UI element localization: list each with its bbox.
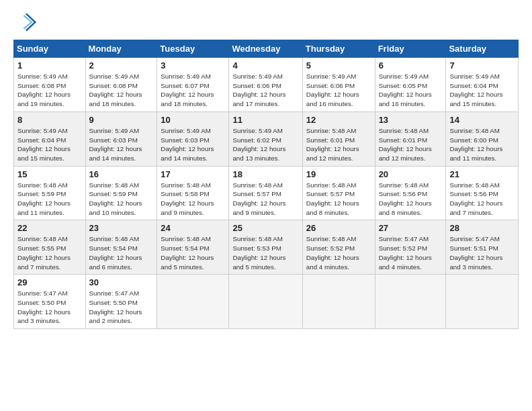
calendar-cell: 22Sunrise: 5:48 AM Sunset: 5:55 PM Dayli… (14, 220, 86, 275)
day-detail: Sunrise: 5:48 AM Sunset: 5:53 PM Dayligh… (232, 234, 298, 271)
day-number: 8 (17, 115, 82, 125)
calendar-cell: 21Sunrise: 5:48 AM Sunset: 5:56 PM Dayli… (446, 166, 519, 220)
calendar-cell: 3Sunrise: 5:49 AM Sunset: 6:07 PM Daylig… (157, 58, 229, 112)
day-number: 16 (89, 169, 154, 179)
calendar-cell: 17Sunrise: 5:48 AM Sunset: 5:58 PM Dayli… (157, 166, 229, 220)
calendar-cell: 14Sunrise: 5:48 AM Sunset: 6:00 PM Dayli… (446, 111, 519, 166)
day-detail: Sunrise: 5:49 AM Sunset: 6:08 PM Dayligh… (17, 72, 82, 109)
day-detail: Sunrise: 5:47 AM Sunset: 5:52 PM Dayligh… (379, 234, 443, 271)
day-detail: Sunrise: 5:49 AM Sunset: 6:02 PM Dayligh… (232, 126, 298, 163)
header (13, 10, 519, 34)
calendar-cell: 24Sunrise: 5:48 AM Sunset: 5:54 PM Dayli… (157, 220, 229, 275)
day-detail: Sunrise: 5:49 AM Sunset: 6:08 PM Dayligh… (89, 72, 154, 109)
calendar-cell: 23Sunrise: 5:48 AM Sunset: 5:54 PM Dayli… (85, 220, 157, 275)
calendar-cell (157, 275, 229, 329)
calendar-cell: 10Sunrise: 5:49 AM Sunset: 6:03 PM Dayli… (157, 111, 229, 166)
page: SundayMondayTuesdayWednesdayThursdayFrid… (0, 0, 532, 411)
day-number: 18 (232, 169, 298, 179)
calendar-cell: 20Sunrise: 5:48 AM Sunset: 5:56 PM Dayli… (375, 166, 446, 220)
day-number: 20 (379, 169, 443, 179)
header-cell-monday: Monday (85, 40, 157, 58)
calendar-cell: 2Sunrise: 5:49 AM Sunset: 6:08 PM Daylig… (85, 58, 157, 112)
day-detail: Sunrise: 5:48 AM Sunset: 5:55 PM Dayligh… (17, 234, 82, 271)
day-number: 17 (161, 169, 225, 179)
calendar-cell: 25Sunrise: 5:48 AM Sunset: 5:53 PM Dayli… (229, 220, 302, 275)
calendar-cell: 30Sunrise: 5:47 AM Sunset: 5:50 PM Dayli… (85, 275, 157, 329)
calendar-cell: 5Sunrise: 5:49 AM Sunset: 6:06 PM Daylig… (302, 58, 375, 112)
day-number: 1 (17, 60, 82, 71)
day-number: 6 (379, 60, 443, 71)
calendar-cell: 11Sunrise: 5:49 AM Sunset: 6:02 PM Dayli… (229, 111, 302, 166)
day-detail: Sunrise: 5:49 AM Sunset: 6:03 PM Dayligh… (89, 126, 154, 163)
day-number: 7 (449, 60, 515, 71)
day-detail: Sunrise: 5:48 AM Sunset: 5:56 PM Dayligh… (379, 181, 443, 218)
header-cell-friday: Friday (375, 40, 446, 58)
header-cell-wednesday: Wednesday (229, 40, 302, 58)
day-detail: Sunrise: 5:48 AM Sunset: 5:59 PM Dayligh… (17, 181, 82, 218)
calendar-cell: 29Sunrise: 5:47 AM Sunset: 5:50 PM Dayli… (14, 275, 86, 329)
calendar-week-4: 22Sunrise: 5:48 AM Sunset: 5:55 PM Dayli… (14, 220, 519, 275)
day-number: 19 (306, 169, 371, 179)
calendar-cell: 7Sunrise: 5:49 AM Sunset: 6:04 PM Daylig… (446, 58, 519, 112)
day-number: 23 (89, 223, 154, 233)
header-cell-saturday: Saturday (446, 40, 519, 58)
day-number: 13 (379, 115, 443, 125)
header-cell-tuesday: Tuesday (157, 40, 229, 58)
day-number: 10 (161, 115, 225, 125)
day-number: 29 (17, 277, 82, 287)
day-detail: Sunrise: 5:48 AM Sunset: 6:00 PM Dayligh… (449, 126, 515, 163)
day-detail: Sunrise: 5:48 AM Sunset: 5:54 PM Dayligh… (161, 234, 225, 271)
day-number: 28 (449, 223, 515, 233)
calendar-cell (302, 275, 375, 329)
day-number: 3 (161, 60, 225, 71)
calendar-cell: 19Sunrise: 5:48 AM Sunset: 5:57 PM Dayli… (302, 166, 375, 220)
svg-marker-1 (23, 15, 32, 30)
calendar-week-2: 8Sunrise: 5:49 AM Sunset: 6:04 PM Daylig… (14, 111, 519, 166)
calendar-cell: 18Sunrise: 5:48 AM Sunset: 5:57 PM Dayli… (229, 166, 302, 220)
day-detail: Sunrise: 5:49 AM Sunset: 6:04 PM Dayligh… (449, 72, 515, 109)
day-detail: Sunrise: 5:49 AM Sunset: 6:03 PM Dayligh… (161, 126, 225, 163)
day-number: 21 (449, 169, 515, 179)
day-detail: Sunrise: 5:47 AM Sunset: 5:50 PM Dayligh… (17, 289, 82, 326)
header-cell-thursday: Thursday (302, 40, 375, 58)
day-detail: Sunrise: 5:48 AM Sunset: 5:56 PM Dayligh… (449, 181, 515, 218)
day-detail: Sunrise: 5:48 AM Sunset: 5:57 PM Dayligh… (306, 181, 371, 218)
day-detail: Sunrise: 5:49 AM Sunset: 6:06 PM Dayligh… (306, 72, 371, 109)
day-number: 22 (17, 223, 82, 233)
day-number: 2 (89, 60, 154, 71)
day-number: 9 (89, 115, 154, 125)
calendar-header: SundayMondayTuesdayWednesdayThursdayFrid… (14, 40, 519, 58)
day-detail: Sunrise: 5:48 AM Sunset: 6:01 PM Dayligh… (306, 126, 371, 163)
calendar-week-5: 29Sunrise: 5:47 AM Sunset: 5:50 PM Dayli… (14, 275, 519, 329)
calendar-cell: 9Sunrise: 5:49 AM Sunset: 6:03 PM Daylig… (85, 111, 157, 166)
day-detail: Sunrise: 5:48 AM Sunset: 5:57 PM Dayligh… (232, 181, 298, 218)
logo-icon (13, 10, 38, 34)
header-row: SundayMondayTuesdayWednesdayThursdayFrid… (14, 40, 519, 58)
day-detail: Sunrise: 5:49 AM Sunset: 6:06 PM Dayligh… (232, 72, 298, 109)
day-detail: Sunrise: 5:49 AM Sunset: 6:07 PM Dayligh… (161, 72, 225, 109)
day-detail: Sunrise: 5:48 AM Sunset: 6:01 PM Dayligh… (379, 126, 443, 163)
day-detail: Sunrise: 5:48 AM Sunset: 5:58 PM Dayligh… (161, 181, 225, 218)
calendar-cell: 4Sunrise: 5:49 AM Sunset: 6:06 PM Daylig… (229, 58, 302, 112)
day-detail: Sunrise: 5:47 AM Sunset: 5:50 PM Dayligh… (89, 289, 154, 326)
calendar-cell: 8Sunrise: 5:49 AM Sunset: 6:04 PM Daylig… (14, 111, 86, 166)
calendar-cell: 16Sunrise: 5:48 AM Sunset: 5:59 PM Dayli… (85, 166, 157, 220)
day-number: 26 (306, 223, 371, 233)
day-number: 4 (232, 60, 298, 71)
calendar-week-3: 15Sunrise: 5:48 AM Sunset: 5:59 PM Dayli… (14, 166, 519, 220)
day-number: 24 (161, 223, 225, 233)
calendar-cell: 26Sunrise: 5:48 AM Sunset: 5:52 PM Dayli… (302, 220, 375, 275)
calendar-cell (446, 275, 519, 329)
calendar-cell: 13Sunrise: 5:48 AM Sunset: 6:01 PM Dayli… (375, 111, 446, 166)
calendar-week-1: 1Sunrise: 5:49 AM Sunset: 6:08 PM Daylig… (14, 58, 519, 112)
day-number: 5 (306, 60, 371, 71)
calendar-cell: 12Sunrise: 5:48 AM Sunset: 6:01 PM Dayli… (302, 111, 375, 166)
calendar-cell (229, 275, 302, 329)
calendar-cell: 6Sunrise: 5:49 AM Sunset: 6:05 PM Daylig… (375, 58, 446, 112)
day-detail: Sunrise: 5:49 AM Sunset: 6:05 PM Dayligh… (379, 72, 443, 109)
header-cell-sunday: Sunday (14, 40, 86, 58)
calendar-table: SundayMondayTuesdayWednesdayThursdayFrid… (13, 40, 519, 329)
day-number: 14 (449, 115, 515, 125)
calendar-body: 1Sunrise: 5:49 AM Sunset: 6:08 PM Daylig… (14, 58, 519, 329)
day-detail: Sunrise: 5:47 AM Sunset: 5:51 PM Dayligh… (449, 234, 515, 271)
